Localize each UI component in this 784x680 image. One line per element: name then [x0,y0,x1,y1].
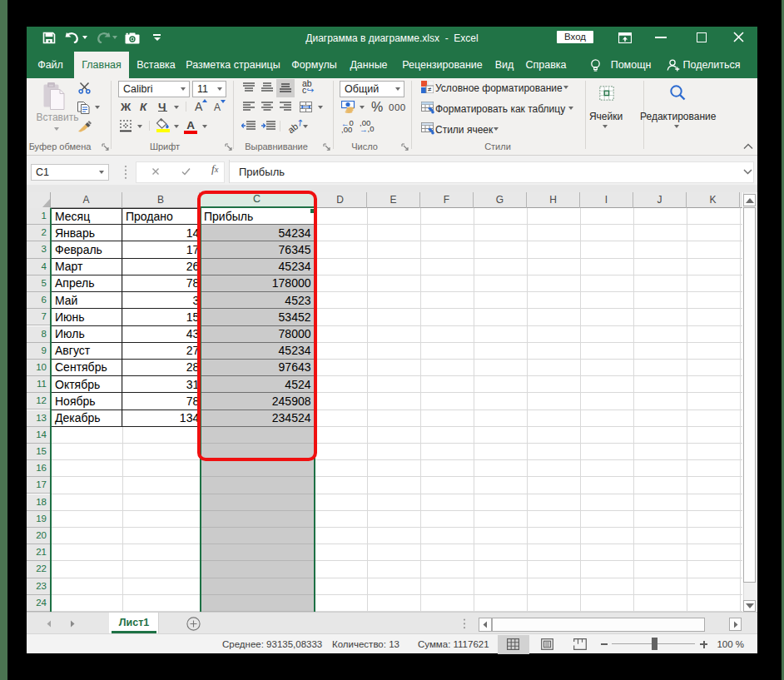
svg-text:≠: ≠ [428,86,432,93]
